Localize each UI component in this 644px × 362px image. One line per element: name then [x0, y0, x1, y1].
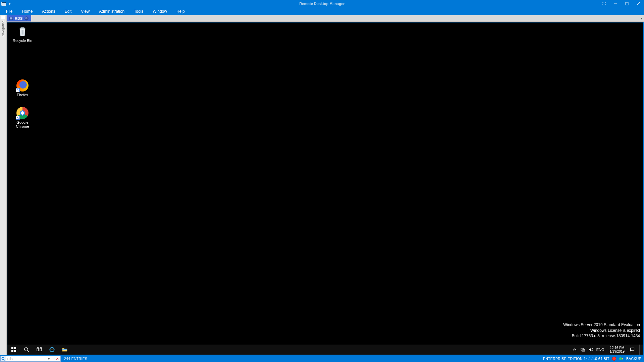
watermark-line: Windows Server 2019 Standard Evaluation [563, 322, 640, 327]
app-title: Remote Desktop Manager [299, 2, 344, 6]
menu-help[interactable]: Help [172, 8, 190, 15]
entry-count: 244 ENTRIES [61, 357, 91, 361]
firefox-icon [16, 79, 29, 92]
desktop-icon-recycle-bin[interactable]: Recycle Bin [10, 25, 35, 43]
remote-taskbar: ENG 12:16 PM 1/19/2019 [7, 345, 643, 355]
fullscreen-button[interactable] [598, 0, 610, 7]
svg-rect-0 [626, 2, 628, 5]
backup-icon [619, 356, 624, 361]
tab-close-button[interactable]: ✕ [24, 16, 29, 20]
menu-home[interactable]: Home [17, 8, 37, 15]
language-indicator[interactable]: ENG [596, 348, 604, 352]
navigation-rail-label: Navigation [1, 20, 5, 37]
menu-actions[interactable]: Actions [37, 8, 60, 15]
svg-point-5 [24, 348, 28, 351]
statusbar-search-input[interactable] [6, 356, 46, 361]
app-icon [1, 2, 6, 6]
task-view-button[interactable] [33, 345, 46, 355]
edition-label: ENTERPRISE EDITION 14.1.1.0 64-BIT [543, 357, 609, 361]
desktop-icon-label: Firefox [10, 93, 35, 97]
watermark-line: Build 17763.rs5_release.180914-1434 [563, 333, 640, 339]
menubar: File Home Actions Edit View Administrati… [0, 7, 644, 15]
statusbar: ▾ ⋯ ✕ 244 ENTRIES ENTERPRISE EDITION 14.… [0, 355, 644, 362]
remote-session-viewport[interactable]: Recycle Bin Firefox Goog [7, 22, 644, 355]
desktop-icon-firefox[interactable]: Firefox [10, 79, 35, 97]
remote-desktop-icons: Recycle Bin Firefox Goog [10, 25, 35, 128]
search-icon [1, 356, 6, 361]
start-button[interactable] [7, 345, 20, 355]
shortcut-badge-icon [16, 88, 20, 92]
shortcut-badge-icon [16, 116, 20, 120]
search-options-button[interactable]: ⋯ [51, 357, 56, 361]
desktop-icon-label: Google Chrome [10, 120, 35, 128]
menu-edit[interactable]: Edit [60, 8, 76, 15]
tab-overflow-button[interactable]: ▾ [639, 15, 644, 21]
action-center-icon[interactable] [630, 347, 635, 352]
titlebar-dropdown[interactable]: ▾ [9, 2, 11, 6]
taskbar-app-ie[interactable] [46, 345, 58, 355]
svg-rect-3 [11, 350, 13, 352]
monitor-icon [9, 17, 13, 20]
search-clear-button[interactable]: ✕ [56, 357, 60, 361]
volume-icon[interactable] [588, 347, 593, 352]
svg-point-14 [619, 357, 622, 360]
tray-overflow-button[interactable] [572, 347, 577, 352]
search-button[interactable] [20, 345, 33, 355]
chrome-icon [16, 107, 29, 119]
titlebar: ▾ Remote Desktop Manager [0, 0, 644, 7]
session-tab-rds[interactable]: RDS ✕ [7, 15, 31, 21]
svg-rect-2 [14, 347, 16, 349]
svg-rect-7 [40, 348, 42, 351]
menu-view[interactable]: View [76, 8, 94, 15]
minimize-button[interactable] [610, 0, 621, 7]
svg-rect-4 [14, 350, 16, 352]
tab-strip: RDS ✕ ▾ [7, 15, 644, 22]
taskbar-date: 1/19/2019 [610, 350, 625, 354]
svg-point-13 [2, 357, 4, 360]
session-tab-label: RDS [15, 16, 22, 20]
recycle-bin-icon [16, 25, 29, 37]
status-indicator-icon[interactable] [612, 357, 616, 361]
menu-window[interactable]: Window [148, 8, 172, 15]
desktop-icon-chrome[interactable]: Google Chrome [10, 107, 35, 128]
svg-rect-9 [62, 349, 67, 350]
desktop-icon-label: Recycle Bin [10, 39, 35, 43]
close-button[interactable] [633, 0, 644, 7]
statusbar-search: ▾ ⋯ ✕ [0, 356, 61, 362]
menu-administration[interactable]: Administration [94, 8, 129, 15]
taskbar-app-explorer[interactable] [58, 345, 71, 355]
svg-rect-1 [11, 347, 13, 349]
network-icon[interactable] [580, 347, 585, 352]
svg-rect-6 [37, 348, 39, 351]
menu-tools[interactable]: Tools [129, 8, 148, 15]
navigation-rail-icon [1, 16, 5, 19]
svg-rect-12 [631, 348, 634, 351]
show-desktop-button[interactable] [639, 345, 641, 355]
maximize-button[interactable] [621, 0, 633, 7]
taskbar-time: 12:16 PM [610, 346, 625, 350]
backup-label[interactable]: BACKUP [626, 357, 641, 361]
menu-file[interactable]: File [1, 8, 17, 15]
taskbar-clock[interactable]: 12:16 PM 1/19/2019 [608, 346, 627, 354]
watermark-line: Windows License is expired [563, 328, 640, 333]
search-dropdown-button[interactable]: ▾ [46, 357, 51, 361]
windows-watermark: Windows Server 2019 Standard Evaluation … [563, 322, 640, 339]
navigation-rail[interactable]: Navigation [0, 15, 6, 355]
